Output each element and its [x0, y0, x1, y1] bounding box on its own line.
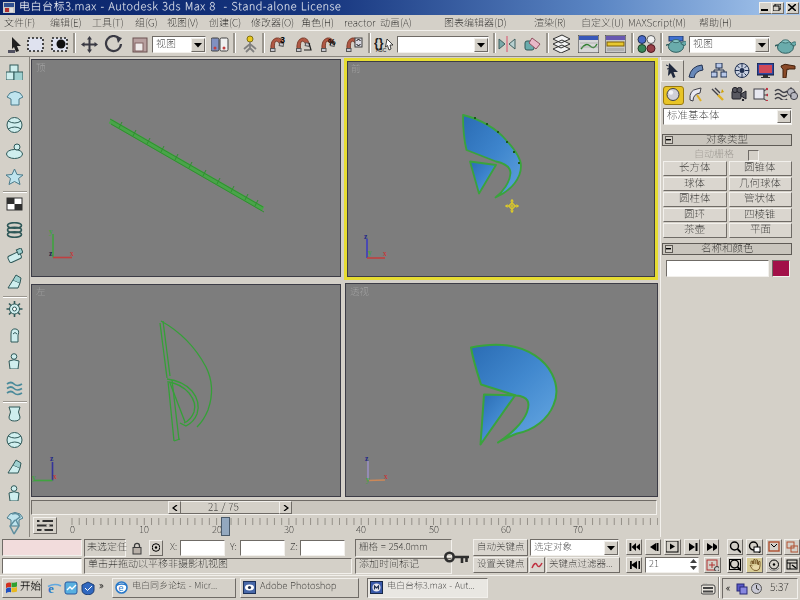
svg-text:x: x	[384, 472, 388, 481]
svg-text:y: y	[32, 473, 36, 482]
svg-text:3: 3	[280, 36, 285, 45]
svg-text:ABC: ABC	[376, 47, 387, 53]
svg-text:e: e	[119, 583, 124, 593]
svg-text:x: x	[53, 472, 57, 481]
svg-text:z: z	[365, 454, 369, 463]
svg-text:e: e	[48, 581, 54, 595]
svg-text:z: z	[50, 454, 54, 463]
svg-text:x: x	[70, 249, 74, 258]
svg-text:x: x	[383, 249, 387, 258]
svg-text:···: ···	[703, 581, 707, 586]
svg-text:z: z	[49, 249, 53, 258]
svg-text:y: y	[368, 248, 372, 257]
svg-text:z: z	[364, 232, 368, 241]
svg-text:y: y	[366, 475, 370, 484]
svg-text:%: %	[328, 37, 336, 47]
svg-text:y: y	[49, 227, 53, 236]
